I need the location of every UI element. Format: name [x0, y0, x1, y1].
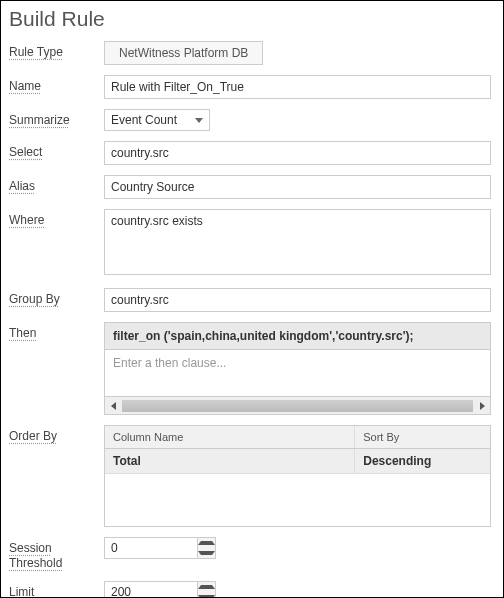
- limit-stepper[interactable]: [104, 581, 216, 598]
- orderby-row[interactable]: Total Descending: [105, 449, 490, 474]
- label-select: Select: [9, 141, 104, 159]
- label-name: Name: [9, 75, 104, 93]
- orderby-col-header[interactable]: Column Name: [105, 426, 355, 448]
- chevron-down-icon: [195, 118, 203, 123]
- stepper-up-icon[interactable]: [198, 538, 215, 548]
- scroll-track[interactable]: [122, 400, 473, 412]
- summarize-select[interactable]: Event Count: [104, 109, 210, 131]
- session-threshold-stepper[interactable]: [104, 537, 216, 559]
- page-title: Build Rule: [9, 7, 491, 31]
- session-threshold-input[interactable]: [105, 538, 197, 558]
- where-textarea[interactable]: country.src exists: [104, 209, 491, 275]
- then-clause-input[interactable]: Enter a then clause...: [105, 350, 490, 396]
- then-scrollbar[interactable]: [105, 396, 490, 414]
- label-ruletype: Rule Type: [9, 41, 104, 59]
- label-alias: Alias: [9, 175, 104, 193]
- then-box: filter_on ('spain,china,united kingdom',…: [104, 322, 491, 415]
- select-input[interactable]: [104, 141, 491, 165]
- orderby-header: Column Name Sort By: [105, 426, 490, 449]
- orderby-col-value: Total: [105, 449, 355, 473]
- groupby-input[interactable]: [104, 288, 491, 312]
- label-session-threshold: Session Threshold: [9, 537, 104, 571]
- alias-input[interactable]: [104, 175, 491, 199]
- then-filter-row[interactable]: filter_on ('spain,china,united kingdom',…: [105, 323, 490, 350]
- label-groupby: Group By: [9, 288, 104, 306]
- orderby-table: Column Name Sort By Total Descending: [104, 425, 491, 527]
- orderby-sort-header[interactable]: Sort By: [355, 426, 490, 448]
- orderby-sort-value: Descending: [355, 449, 490, 473]
- name-input[interactable]: [104, 75, 491, 99]
- label-summarize: Summarize: [9, 109, 104, 127]
- orderby-body: [105, 474, 490, 526]
- stepper-down-icon[interactable]: [198, 548, 215, 558]
- scroll-left-icon[interactable]: [105, 397, 121, 414]
- stepper-down-icon[interactable]: [198, 592, 215, 598]
- stepper-up-icon[interactable]: [198, 582, 215, 592]
- label-limit: Limit: [9, 581, 104, 598]
- label-where: Where: [9, 209, 104, 227]
- scroll-right-icon[interactable]: [474, 397, 490, 414]
- label-then: Then: [9, 322, 104, 340]
- summarize-value: Event Count: [111, 113, 195, 127]
- limit-input[interactable]: [105, 582, 197, 598]
- label-orderby: Order By: [9, 425, 104, 443]
- ruletype-value: NetWitness Platform DB: [104, 41, 263, 65]
